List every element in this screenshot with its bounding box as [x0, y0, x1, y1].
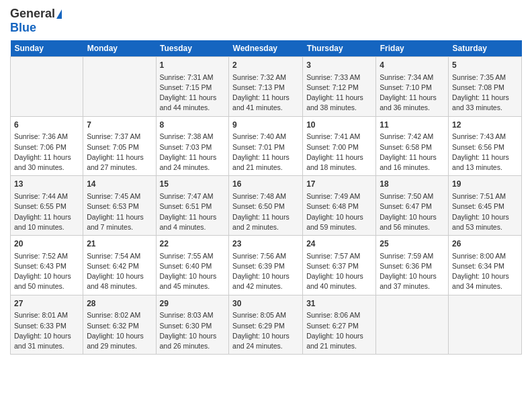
day-content-line: Sunrise: 8:02 AM [87, 311, 140, 319]
day-number: 19 [452, 179, 518, 190]
day-cell: 9Sunrise: 7:40 AMSunset: 7:01 PMDaylight… [229, 116, 303, 176]
day-content-line: Sunset: 6:32 PM [87, 322, 139, 330]
day-cell: 20Sunrise: 7:52 AMSunset: 6:43 PMDayligh… [11, 236, 83, 295]
day-content-line: Sunset: 7:13 PM [232, 83, 285, 91]
day-content-line: Daylight: 11 hours and 13 minutes. [452, 153, 509, 171]
day-cell [376, 295, 449, 355]
day-content-line: Daylight: 11 hours and 36 minutes. [380, 93, 437, 111]
day-content-line: Sunrise: 8:06 AM [306, 311, 360, 319]
day-content: Sunrise: 7:43 AMSunset: 6:56 PMDaylight:… [452, 132, 518, 173]
day-content-line: Sunrise: 7:56 AM [232, 252, 286, 260]
day-number: 9 [232, 120, 299, 131]
day-content-line: Sunset: 6:50 PM [232, 202, 285, 210]
day-content-line: Sunset: 6:33 PM [14, 322, 66, 330]
day-content-line: Sunrise: 7:45 AM [87, 192, 140, 200]
day-cell: 4Sunrise: 7:34 AMSunset: 7:10 PMDaylight… [376, 57, 449, 117]
logo-general: General [10, 7, 55, 21]
day-cell: 15Sunrise: 7:47 AMSunset: 6:51 PMDayligh… [156, 176, 229, 236]
day-content-line: Sunrise: 7:35 AM [452, 73, 506, 81]
day-content-line: Daylight: 10 hours and 34 minutes. [452, 272, 509, 290]
day-cell: 1Sunrise: 7:31 AMSunset: 7:15 PMDaylight… [156, 57, 229, 117]
day-content-line: Daylight: 10 hours and 21 minutes. [306, 332, 363, 350]
day-content-line: Daylight: 10 hours and 56 minutes. [380, 213, 437, 231]
day-number: 30 [232, 298, 299, 310]
day-cell: 23Sunrise: 7:56 AMSunset: 6:39 PMDayligh… [229, 236, 303, 295]
day-content-line: Sunset: 6:34 PM [452, 262, 504, 270]
day-content-line: Sunrise: 7:31 AM [160, 73, 214, 81]
day-content-line: Daylight: 11 hours and 38 minutes. [306, 93, 363, 111]
day-content: Sunrise: 7:55 AMSunset: 6:40 PMDaylight:… [160, 251, 226, 292]
logo-triangle-icon [56, 9, 62, 19]
day-cell: 8Sunrise: 7:38 AMSunset: 7:03 PMDaylight… [156, 116, 229, 176]
day-content: Sunrise: 8:03 AMSunset: 6:30 PMDaylight:… [160, 310, 226, 351]
day-cell: 25Sunrise: 7:59 AMSunset: 6:36 PMDayligh… [376, 236, 449, 295]
day-content: Sunrise: 7:37 AMSunset: 7:05 PMDaylight:… [87, 132, 152, 173]
day-content: Sunrise: 8:06 AMSunset: 6:27 PMDaylight:… [306, 310, 372, 351]
header-day-tuesday: Tuesday [156, 40, 229, 57]
day-content-line: Daylight: 10 hours and 29 minutes. [87, 332, 144, 350]
day-cell: 6Sunrise: 7:36 AMSunset: 7:06 PMDaylight… [11, 116, 83, 176]
day-cell: 18Sunrise: 7:50 AMSunset: 6:47 PMDayligh… [376, 176, 449, 236]
day-content-line: Daylight: 11 hours and 2 minutes. [232, 213, 290, 231]
day-cell [11, 57, 83, 117]
day-content-line: Daylight: 10 hours and 59 minutes. [306, 213, 363, 231]
header-day-friday: Friday [376, 40, 449, 57]
day-number: 31 [306, 298, 372, 310]
day-number: 7 [87, 120, 152, 131]
calendar-table: SundayMondayTuesdayWednesdayThursdayFrid… [10, 40, 522, 355]
header-day-saturday: Saturday [449, 40, 522, 57]
day-cell: 5Sunrise: 7:35 AMSunset: 7:08 PMDaylight… [449, 57, 522, 117]
day-number: 23 [232, 238, 299, 250]
day-cell: 21Sunrise: 7:54 AMSunset: 6:42 PMDayligh… [83, 236, 156, 295]
day-number: 5 [452, 60, 518, 71]
day-content: Sunrise: 7:34 AMSunset: 7:10 PMDaylight:… [380, 73, 445, 113]
day-content: Sunrise: 7:44 AMSunset: 6:55 PMDaylight:… [14, 191, 79, 232]
day-content: Sunrise: 7:45 AMSunset: 6:53 PMDaylight:… [87, 191, 152, 232]
header-row: SundayMondayTuesdayWednesdayThursdayFrid… [11, 40, 522, 57]
day-content-line: Sunrise: 7:55 AM [160, 252, 214, 260]
day-number: 11 [380, 120, 445, 131]
week-row-2: 6Sunrise: 7:36 AMSunset: 7:06 PMDaylight… [11, 116, 522, 176]
day-number: 13 [14, 179, 79, 190]
day-content-line: Daylight: 10 hours and 42 minutes. [232, 272, 290, 290]
header-day-monday: Monday [83, 40, 156, 57]
day-content-line: Sunset: 6:43 PM [14, 262, 66, 270]
day-content: Sunrise: 7:35 AMSunset: 7:08 PMDaylight:… [452, 73, 518, 113]
day-content-line: Sunrise: 7:36 AM [14, 132, 68, 140]
day-content-line: Daylight: 10 hours and 48 minutes. [87, 272, 144, 290]
day-cell: 24Sunrise: 7:57 AMSunset: 6:37 PMDayligh… [303, 236, 376, 295]
day-content-line: Daylight: 11 hours and 33 minutes. [452, 93, 509, 111]
day-content-line: Sunrise: 7:44 AM [14, 192, 68, 200]
day-content-line: Sunset: 7:05 PM [87, 143, 139, 151]
day-content-line: Sunrise: 7:51 AM [452, 192, 506, 200]
day-number: 25 [380, 238, 445, 250]
day-content-line: Sunset: 7:15 PM [160, 83, 212, 91]
day-content: Sunrise: 7:48 AMSunset: 6:50 PMDaylight:… [232, 191, 299, 232]
day-content-line: Sunset: 6:53 PM [87, 202, 139, 210]
day-content-line: Sunset: 6:37 PM [306, 262, 359, 270]
logo-line2: Blue [10, 21, 36, 35]
day-cell: 28Sunrise: 8:02 AMSunset: 6:32 PMDayligh… [83, 295, 156, 355]
day-content-line: Sunrise: 7:41 AM [306, 132, 360, 140]
day-content-line: Sunrise: 7:43 AM [452, 132, 506, 140]
day-content-line: Sunrise: 7:38 AM [160, 132, 214, 140]
day-content-line: Sunset: 6:56 PM [452, 143, 504, 151]
day-cell: 2Sunrise: 7:32 AMSunset: 7:13 PMDaylight… [229, 57, 303, 117]
day-number: 24 [306, 238, 372, 250]
day-content-line: Daylight: 11 hours and 41 minutes. [232, 93, 290, 111]
day-content-line: Daylight: 10 hours and 37 minutes. [380, 272, 437, 290]
day-content: Sunrise: 7:51 AMSunset: 6:45 PMDaylight:… [452, 191, 518, 232]
day-cell: 14Sunrise: 7:45 AMSunset: 6:53 PMDayligh… [83, 176, 156, 236]
day-content-line: Sunset: 7:00 PM [306, 143, 359, 151]
day-content: Sunrise: 7:41 AMSunset: 7:00 PMDaylight:… [306, 132, 372, 173]
day-content-line: Sunrise: 7:48 AM [232, 192, 286, 200]
week-row-5: 27Sunrise: 8:01 AMSunset: 6:33 PMDayligh… [11, 295, 522, 355]
day-content: Sunrise: 7:47 AMSunset: 6:51 PMDaylight:… [160, 191, 226, 232]
week-row-3: 13Sunrise: 7:44 AMSunset: 6:55 PMDayligh… [11, 176, 522, 236]
day-cell: 3Sunrise: 7:33 AMSunset: 7:12 PMDaylight… [303, 57, 376, 117]
day-number: 20 [14, 238, 79, 250]
day-content: Sunrise: 8:05 AMSunset: 6:29 PMDaylight:… [232, 310, 299, 351]
day-number: 15 [160, 179, 226, 190]
day-content-line: Sunrise: 8:00 AM [452, 252, 506, 260]
calendar-page: General Blue SundayMondayTuesdayWednesda… [0, 0, 532, 361]
